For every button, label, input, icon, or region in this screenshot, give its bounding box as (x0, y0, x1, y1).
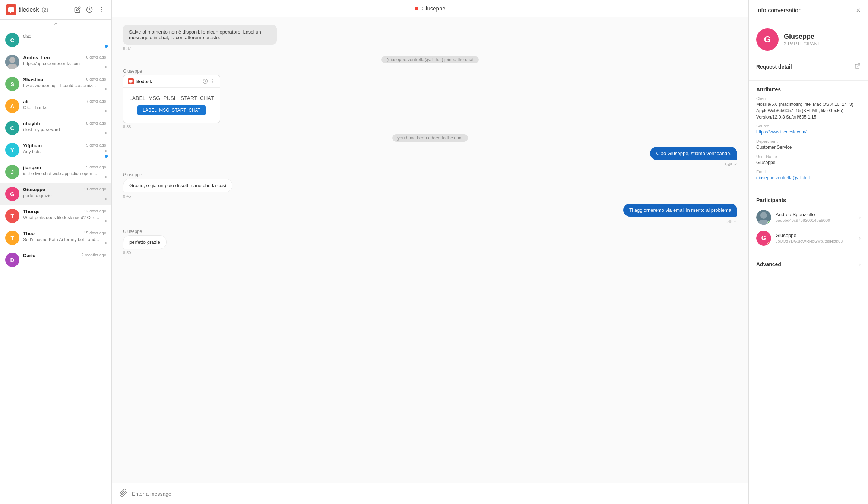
conv-info: Shastina 6 days ago I was wondering if I… (23, 77, 106, 88)
close-icon[interactable]: × (105, 218, 108, 224)
close-icon[interactable]: × (105, 64, 108, 70)
messages-container: Salve al momento non è disponibile alcun… (112, 17, 748, 483)
list-item[interactable]: A ali 7 days ago Ok...Thanks × (0, 95, 111, 117)
bot-start-chat-button[interactable]: LABEL_MSG_START_CHAT (137, 105, 206, 115)
participant-id: 5ad5bd40c975820014ba9009 (776, 218, 846, 223)
participant-item[interactable]: Andrea Sponziello 5ad5bd40c975820014ba90… (756, 207, 861, 228)
advanced-section[interactable]: Advanced › (749, 255, 868, 274)
conv-info: Andrea Leo 6 days ago https://app.openre… (23, 55, 106, 66)
list-item[interactable]: Andrea Leo 6 days ago https://app.openre… (0, 51, 111, 73)
svg-point-15 (212, 79, 213, 80)
message-group-incoming: Giuseppe perfetto grazie 8:50 (123, 229, 167, 255)
message-bubble-outgoing: Ti aggiorneremo via email in merito al p… (623, 204, 737, 217)
participant-info: Andrea Sponziello 5ad5bd40c975820014ba90… (776, 212, 859, 223)
close-icon[interactable]: × (105, 130, 108, 136)
username-value: Giuseppe (756, 160, 861, 166)
department-value: Customer Service (756, 144, 861, 151)
sidebar-count: (2) (42, 7, 48, 13)
list-item[interactable]: T Theo 15 days ago So I'm using Kata Ai … (0, 227, 111, 249)
message-bubble: Salve al momento non è disponibile alcun… (123, 25, 277, 45)
conv-actions: × (105, 148, 108, 158)
conv-info: Yiğitcan 9 days ago Any bots (23, 143, 106, 154)
conv-time: 15 days ago (84, 231, 106, 235)
person-icon (5, 55, 19, 69)
conv-preview: perfetto grazie (23, 193, 106, 198)
list-item[interactable]: J jiangzm 9 days ago is the live chat we… (0, 161, 111, 183)
request-detail-header: Request detail (756, 63, 861, 70)
message-time: 8:48 (725, 219, 732, 224)
conv-name: Dario (23, 253, 35, 258)
avatar: Y (5, 143, 19, 157)
close-icon[interactable]: × (105, 196, 108, 202)
svg-point-9 (9, 57, 15, 63)
sidebar-header-actions (73, 6, 105, 14)
participant-item[interactable]: G Giuseppe JoUOzYDG1icWRHoGwp7zsjHxtk63 … (756, 228, 861, 249)
client-field: Client Mozilla/5.0 (Macintosh; Intel Mac… (756, 96, 861, 120)
conv-info: ciao (23, 33, 106, 39)
message-group-outgoing: Ti aggiorneremo via email in merito al p… (623, 204, 737, 224)
more-icon[interactable] (210, 79, 215, 84)
attributes-header: Attributes (756, 86, 861, 92)
system-event-label: (giuseppe.ventrella@alich.it) joined the… (381, 56, 479, 63)
email-value[interactable]: giuseppe.ventrella@alich.it (756, 175, 861, 181)
close-icon[interactable]: × (105, 86, 108, 92)
participant-name: Giuseppe (776, 233, 859, 238)
avatar: S (5, 77, 19, 91)
attach-button[interactable] (119, 489, 127, 499)
list-item[interactable]: T Thorge 12 days ago What ports does til… (0, 205, 111, 227)
external-link-icon[interactable] (855, 63, 861, 70)
source-value[interactable]: https://www.tiledesk.com/ (756, 129, 861, 135)
list-item[interactable]: C ciao (0, 29, 111, 51)
conv-preview: i lost my passward (23, 127, 106, 132)
avatar: C (5, 121, 19, 135)
info-user-details: Giuseppe 2 PARTECIPANTI (784, 33, 822, 47)
participant-name: Andrea Sponziello (776, 212, 859, 217)
close-icon[interactable]: × (105, 108, 108, 114)
more-button[interactable] (97, 6, 105, 14)
conv-info: Thorge 12 days ago What ports does tiled… (23, 209, 106, 220)
close-icon[interactable]: × (105, 148, 108, 154)
message-input[interactable] (132, 491, 741, 497)
history-button[interactable] (85, 6, 94, 14)
bot-card-body: LABEL_MSG_PUSH_START_CHAT LABEL_MSG_STAR… (123, 88, 220, 123)
info-panel: Info conversation × G Giuseppe 2 PARTECI… (749, 0, 868, 504)
info-panel-title: Info conversation (756, 7, 802, 14)
clock-icon (203, 79, 208, 84)
message-sender: Giuseppe (123, 69, 220, 74)
conv-time: 2 months ago (81, 253, 106, 257)
avatar: A (5, 99, 19, 113)
info-user-avatar: G (756, 28, 779, 51)
svg-rect-13 (130, 82, 131, 83)
svg-rect-3 (9, 13, 12, 13)
message-bubble-incoming: perfetto grazie (123, 235, 167, 249)
conv-preview: ciao (23, 34, 31, 39)
conv-name: jiangzm (23, 165, 41, 170)
list-item[interactable]: G Giuseppe 11 days ago perfetto grazie × (0, 183, 111, 205)
list-item[interactable]: Y Yiğitcan 9 days ago Any bots × (0, 139, 111, 161)
scroll-up-indicator[interactable] (0, 20, 111, 29)
conv-name: Thorge (23, 209, 39, 214)
chat-header: Giuseppe (112, 0, 748, 17)
bot-card: tiledesk LABEL_MSG_PUSH_START_CHAT LABEL… (123, 75, 220, 123)
username-field: User Name Giuseppe (756, 154, 861, 166)
svg-point-5 (101, 7, 102, 8)
conv-info: ali 7 days ago Ok...Thanks (23, 99, 106, 110)
conv-name: Shastina (23, 77, 43, 82)
list-item[interactable]: C chaybb 8 days ago i lost my passward × (0, 117, 111, 139)
close-icon[interactable]: × (105, 174, 108, 180)
list-item[interactable]: D Dario 2 months ago (0, 249, 111, 271)
bot-card-brand: tiledesk (136, 79, 152, 84)
svg-line-18 (857, 64, 860, 66)
conv-info: Theo 15 days ago So I'm using Kata Ai fo… (23, 231, 106, 242)
message-time: 8:46 (123, 194, 232, 198)
check-icon: ✓ (734, 219, 737, 224)
conv-actions: × (105, 130, 108, 136)
edit-button[interactable] (73, 6, 82, 14)
list-item[interactable]: S Shastina 6 days ago I was wondering if… (0, 73, 111, 95)
svg-point-17 (212, 82, 213, 83)
info-close-button[interactable]: × (856, 6, 861, 15)
info-user-section: G Giuseppe 2 PARTECIPANTI (749, 21, 868, 57)
close-icon[interactable]: × (105, 240, 108, 246)
username-label: User Name (756, 154, 861, 159)
conv-actions: × (105, 86, 108, 92)
